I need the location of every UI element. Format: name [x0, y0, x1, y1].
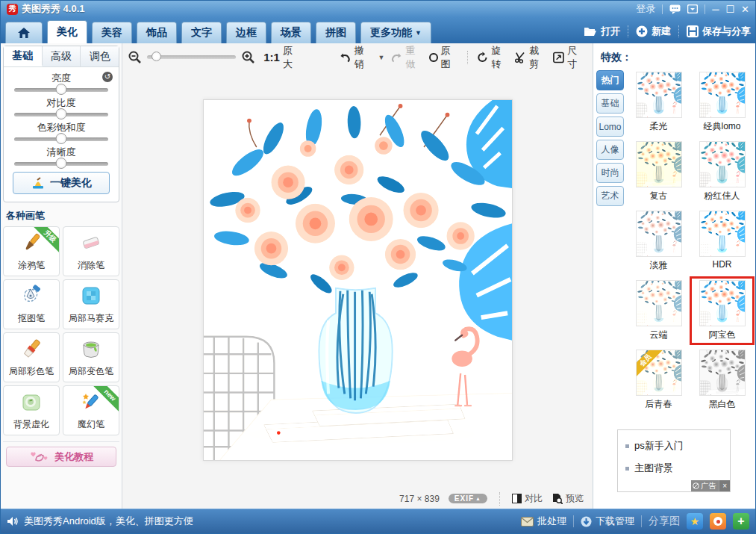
brush-label: 局部彩色笔 — [9, 365, 54, 378]
effect-category-时尚[interactable]: 时尚 — [596, 163, 624, 183]
effect-name: 柔光 — [650, 120, 668, 133]
effect-category-Lomo[interactable]: Lomo — [596, 117, 624, 137]
brush-局部马赛克[interactable]: 局部马赛克 — [63, 279, 119, 329]
zoom-out-icon[interactable] — [128, 51, 141, 63]
more-share-icon[interactable]: + — [733, 513, 749, 530]
navbar: 美化美容饰品文字边框场景拼图更多功能▼ 打开 新建 保存与分享 — [1, 17, 755, 43]
save-icon — [687, 25, 699, 37]
brush-局部彩色笔[interactable]: 局部彩色笔 — [3, 332, 60, 382]
adjust-tab-基础[interactable]: 基础 — [4, 46, 43, 66]
login-link[interactable]: 登录 — [636, 2, 655, 16]
ad-link[interactable]: ps新手入门 — [625, 439, 722, 453]
preview-button[interactable]: 预览 — [552, 492, 584, 505]
compare-button[interactable]: 对比 — [512, 492, 543, 505]
effect-name: 淡雅 — [650, 259, 668, 272]
brush-背景虚化[interactable]: 背景虚化 — [3, 385, 60, 435]
new-button[interactable]: 新建 — [636, 25, 671, 38]
batch-process-button[interactable]: 批处理 — [521, 515, 566, 528]
effect-经典lomo[interactable]: 经典lomo — [692, 70, 752, 134]
nav-tab-边框[interactable]: 边框 — [226, 22, 266, 43]
effect-粉红佳人[interactable]: 粉红佳人 — [692, 140, 752, 204]
effect-阿宝色[interactable]: 阿宝色 — [692, 279, 752, 343]
effect-category-人像[interactable]: 人像 — [596, 140, 624, 160]
app-logo-icon: 秀 — [7, 4, 18, 15]
brush-涂鸦笔[interactable]: 涂鸦笔升级 — [3, 226, 60, 276]
brush-label: 魔幻笔 — [78, 418, 104, 431]
nav-tab-饰品[interactable]: 饰品 — [137, 22, 177, 43]
maximize-button[interactable]: ☐ — [725, 4, 734, 14]
qzone-share-icon[interactable]: ★ — [687, 513, 703, 530]
nav-tab-美容[interactable]: 美容 — [92, 22, 132, 43]
brush-抠图笔[interactable]: 抠图笔 — [3, 279, 60, 329]
effect-HDR[interactable]: HDR — [692, 209, 752, 273]
undo-button[interactable]: 撤销 — [340, 44, 372, 71]
effect-category-艺术[interactable]: 艺术 — [596, 186, 624, 206]
slider-track[interactable] — [14, 137, 108, 141]
bullet-icon — [625, 444, 629, 448]
crop-scissors-icon — [515, 52, 526, 63]
one-click-beautify-button[interactable]: 一键美化 — [13, 172, 110, 194]
effect-thumbnail — [636, 141, 682, 187]
effect-云端[interactable]: 云端 — [628, 279, 689, 343]
crop-button[interactable]: 裁剪 — [515, 44, 547, 71]
left-panel: 基础高级调色 ↺ 亮度对比度色彩饱和度清晰度 一键美化 各种画笔 涂鸦笔升级消除… — [1, 43, 122, 509]
ad-close-icon[interactable]: × — [719, 480, 730, 491]
zoom-in-icon[interactable] — [242, 51, 254, 63]
meitu-app-window: 秀 美图秀秀 4.0.1 登录 ─ ☐ ✕ 美化美容饰品文字边框场景拼图更多功能… — [0, 0, 756, 534]
close-button[interactable]: ✕ — [741, 4, 749, 14]
brush-消除笔[interactable]: 消除笔 — [63, 226, 119, 276]
statusbar: 美图秀秀Android版，美化、拼图更方便 批处理 下载管理 分享图 ★ + — [1, 509, 755, 533]
skin-dropdown-icon[interactable] — [687, 4, 698, 13]
open-button[interactable]: 打开 — [584, 25, 620, 38]
redo-button[interactable]: 重做 — [390, 44, 423, 71]
nav-tab-场景[interactable]: 场景 — [271, 22, 311, 43]
brush-局部变色笔[interactable]: 局部变色笔 — [63, 332, 119, 382]
effect-复古[interactable]: 复古 — [628, 140, 689, 204]
effect-name: 黑白色 — [709, 398, 736, 411]
effect-category-基础[interactable]: 基础 — [596, 93, 624, 114]
feedback-chat-icon[interactable] — [669, 4, 681, 14]
brush-魔幻笔[interactable]: 魔幻笔new — [63, 385, 119, 435]
undo-dropdown-caret[interactable]: ▼ — [378, 54, 385, 61]
original-image-button[interactable]: 原图 — [429, 44, 458, 71]
effect-黑白色[interactable]: 黑白色 — [692, 348, 752, 412]
zoom-slider[interactable] — [147, 55, 236, 59]
effect-thumbnail — [636, 211, 682, 257]
actual-size-button[interactable]: 1:1原大 — [263, 44, 299, 71]
download-manager-button[interactable]: 下载管理 — [581, 515, 634, 528]
rotate-button[interactable]: 旋转 — [477, 44, 509, 71]
slider-thumb[interactable] — [56, 133, 67, 144]
adjust-tab-高级[interactable]: 高级 — [43, 46, 81, 66]
zoom-slider-thumb[interactable] — [151, 52, 161, 61]
effect-淡雅[interactable]: 淡雅 — [628, 209, 689, 273]
resize-button[interactable]: 尺寸 — [553, 44, 585, 71]
ad-link[interactable]: 主图背景 — [625, 462, 722, 475]
weibo-share-icon[interactable] — [710, 513, 726, 530]
reset-adjust-icon[interactable]: ↺ — [102, 72, 113, 82]
adjust-tab-调色[interactable]: 调色 — [81, 46, 119, 66]
effect-thumbnail — [699, 72, 746, 118]
effect-后青春[interactable]: 会员后青春 — [628, 348, 689, 412]
compare-icon — [512, 494, 522, 503]
chevron-down-icon: ▼ — [415, 29, 422, 37]
beautify-tutorial-button[interactable]: 美化教程 — [6, 447, 116, 467]
save-share-button[interactable]: 保存与分享 — [687, 25, 751, 38]
effect-柔光[interactable]: 柔光 — [628, 70, 689, 134]
minimize-button[interactable]: ─ — [712, 4, 719, 14]
effect-category-热门[interactable]: 热门 — [596, 70, 624, 90]
hand-hearts-icon — [29, 451, 49, 463]
nav-tab-美化[interactable]: 美化 — [47, 20, 87, 43]
slider-thumb[interactable] — [56, 84, 67, 95]
exif-badge[interactable]: EXIF▲ — [449, 494, 487, 503]
effect-thumbnail — [699, 211, 746, 257]
slider-track[interactable] — [14, 162, 108, 166]
slider-thumb[interactable] — [56, 158, 67, 169]
slider-track[interactable] — [14, 113, 108, 117]
slider-thumb[interactable] — [56, 108, 67, 119]
nav-tab-拼图[interactable]: 拼图 — [316, 22, 356, 43]
nav-tab-文字[interactable]: 文字 — [181, 22, 222, 43]
home-tab[interactable] — [5, 22, 43, 43]
slider-track[interactable] — [14, 88, 108, 92]
nav-tab-更多功能[interactable]: 更多功能▼ — [360, 22, 431, 43]
rotate-icon — [477, 52, 488, 63]
